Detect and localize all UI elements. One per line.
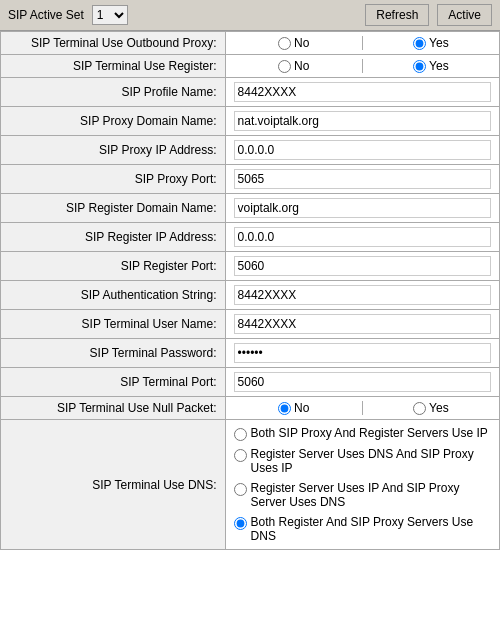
register-domain-input[interactable] bbox=[234, 198, 491, 218]
null-packet-yes-radio[interactable] bbox=[413, 402, 426, 415]
use-register-label: SIP Terminal Use Register: bbox=[1, 55, 226, 78]
proxy-ip-label: SIP Proxy IP Address: bbox=[1, 136, 226, 165]
dns-option-2: Register Server Uses DNS And SIP Proxy U… bbox=[234, 445, 491, 477]
use-register-yes-label: Yes bbox=[429, 59, 449, 73]
use-register-yes-radio[interactable] bbox=[413, 60, 426, 73]
proxy-ip-input[interactable] bbox=[234, 140, 491, 160]
use-register-value-cell: NoYes bbox=[225, 55, 499, 78]
terminal-username-label: SIP Terminal User Name: bbox=[1, 310, 226, 339]
dns-options-cell: Both SIP Proxy And Register Servers Use … bbox=[225, 420, 499, 550]
dns-opt4-radio[interactable] bbox=[234, 517, 247, 530]
proxy-domain-input[interactable] bbox=[234, 111, 491, 131]
use-register-no-radio[interactable] bbox=[278, 60, 291, 73]
table-row: SIP Proxy IP Address: bbox=[1, 136, 500, 165]
register-ip-label: SIP Register IP Address: bbox=[1, 223, 226, 252]
table-row: SIP Terminal Password: bbox=[1, 339, 500, 368]
dns-opt2-radio[interactable] bbox=[234, 449, 247, 462]
null-packet-yes-label: Yes bbox=[429, 401, 449, 415]
auth-string-input[interactable] bbox=[234, 285, 491, 305]
proxy-port-input[interactable] bbox=[234, 169, 491, 189]
proxy-ip-value-cell bbox=[225, 136, 499, 165]
register-domain-value-cell bbox=[225, 194, 499, 223]
terminal-password-input[interactable] bbox=[234, 343, 491, 363]
register-ip-input[interactable] bbox=[234, 227, 491, 247]
dns-label: SIP Terminal Use DNS: bbox=[1, 420, 226, 550]
auth-string-value-cell bbox=[225, 281, 499, 310]
table-row: SIP Register IP Address: bbox=[1, 223, 500, 252]
null-packet-label: SIP Terminal Use Null Packet: bbox=[1, 397, 226, 420]
table-row: SIP Authentication String: bbox=[1, 281, 500, 310]
sip-active-set-label: SIP Active Set bbox=[8, 8, 84, 22]
profile-name-value-cell bbox=[225, 78, 499, 107]
profile-name-input[interactable] bbox=[234, 82, 491, 102]
terminal-username-value-cell bbox=[225, 310, 499, 339]
proxy-domain-label: SIP Proxy Domain Name: bbox=[1, 107, 226, 136]
dns-option-1: Both SIP Proxy And Register Servers Use … bbox=[234, 424, 491, 443]
terminal-port-value-cell bbox=[225, 368, 499, 397]
register-port-value-cell bbox=[225, 252, 499, 281]
terminal-password-value-cell bbox=[225, 339, 499, 368]
table-row: SIP Proxy Domain Name: bbox=[1, 107, 500, 136]
register-domain-label: SIP Register Domain Name: bbox=[1, 194, 226, 223]
sip-set-select[interactable]: 1 bbox=[92, 5, 128, 25]
dns-opt1-label: Both SIP Proxy And Register Servers Use … bbox=[251, 426, 488, 440]
outbound-proxy-no-radio[interactable] bbox=[278, 37, 291, 50]
auth-string-label: SIP Authentication String: bbox=[1, 281, 226, 310]
terminal-username-input[interactable] bbox=[234, 314, 491, 334]
dns-option-4: Both Register And SIP Proxy Servers Use … bbox=[234, 513, 491, 545]
outbound-proxy-yes-radio[interactable] bbox=[413, 37, 426, 50]
proxy-port-label: SIP Proxy Port: bbox=[1, 165, 226, 194]
terminal-port-input[interactable] bbox=[234, 372, 491, 392]
null-packet-no-label: No bbox=[294, 401, 309, 415]
refresh-button[interactable]: Refresh bbox=[365, 4, 429, 26]
table-row: SIP Terminal Use Outbound Proxy:NoYes bbox=[1, 32, 500, 55]
proxy-port-value-cell bbox=[225, 165, 499, 194]
dns-options-container: Both SIP Proxy And Register Servers Use … bbox=[234, 424, 491, 545]
proxy-domain-value-cell bbox=[225, 107, 499, 136]
dns-option-3: Register Server Uses IP And SIP Proxy Se… bbox=[234, 479, 491, 511]
terminal-port-label: SIP Terminal Port: bbox=[1, 368, 226, 397]
table-row: SIP Proxy Port: bbox=[1, 165, 500, 194]
dns-opt1-radio[interactable] bbox=[234, 428, 247, 441]
outbound-proxy-label: SIP Terminal Use Outbound Proxy: bbox=[1, 32, 226, 55]
table-row: SIP Terminal Use Register:NoYes bbox=[1, 55, 500, 78]
terminal-password-label: SIP Terminal Password: bbox=[1, 339, 226, 368]
profile-name-label: SIP Profile Name: bbox=[1, 78, 226, 107]
register-port-input[interactable] bbox=[234, 256, 491, 276]
active-button[interactable]: Active bbox=[437, 4, 492, 26]
dns-row: SIP Terminal Use DNS:Both SIP Proxy And … bbox=[1, 420, 500, 550]
use-register-no-label: No bbox=[294, 59, 309, 73]
outbound-proxy-value-cell: NoYes bbox=[225, 32, 499, 55]
outbound-proxy-yes-label: Yes bbox=[429, 36, 449, 50]
dns-opt3-radio[interactable] bbox=[234, 483, 247, 496]
settings-table: SIP Terminal Use Outbound Proxy:NoYesSIP… bbox=[0, 31, 500, 550]
sip-set-controls: 1 bbox=[92, 5, 128, 25]
dns-opt2-label: Register Server Uses DNS And SIP Proxy U… bbox=[251, 447, 491, 475]
dns-opt3-label: Register Server Uses IP And SIP Proxy Se… bbox=[251, 481, 491, 509]
register-ip-value-cell bbox=[225, 223, 499, 252]
outbound-proxy-no-label: No bbox=[294, 36, 309, 50]
table-row: SIP Register Port: bbox=[1, 252, 500, 281]
table-row: SIP Terminal User Name: bbox=[1, 310, 500, 339]
dns-opt4-label: Both Register And SIP Proxy Servers Use … bbox=[251, 515, 491, 543]
table-row: SIP Terminal Port: bbox=[1, 368, 500, 397]
table-row: SIP Register Domain Name: bbox=[1, 194, 500, 223]
null-packet-no-radio[interactable] bbox=[278, 402, 291, 415]
null-packet-value-cell: NoYes bbox=[225, 397, 499, 420]
table-row: SIP Profile Name: bbox=[1, 78, 500, 107]
table-row: SIP Terminal Use Null Packet:NoYes bbox=[1, 397, 500, 420]
header-bar: SIP Active Set 1 Refresh Active bbox=[0, 0, 500, 31]
register-port-label: SIP Register Port: bbox=[1, 252, 226, 281]
